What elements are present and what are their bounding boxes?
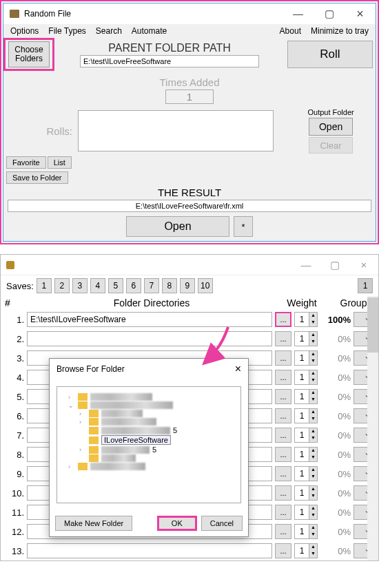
save-slot-5[interactable]: 5 <box>108 278 123 293</box>
save-slot-4[interactable]: 4 <box>90 278 105 293</box>
weight-stepper[interactable]: 1▲▼ <box>294 466 318 481</box>
spin-up-icon[interactable]: ▲ <box>309 448 317 454</box>
weight-stepper[interactable]: 1▲▼ <box>294 524 318 539</box>
menu-about[interactable]: About <box>280 26 301 36</box>
spin-down-icon[interactable]: ▼ <box>309 512 317 519</box>
browse-button[interactable]: ... <box>275 543 291 558</box>
weight-stepper[interactable]: 1▲▼ <box>294 312 318 327</box>
browse-button[interactable]: ... <box>275 350 291 366</box>
weight-percent: 100% <box>320 315 351 325</box>
open-result-button[interactable]: Open <box>126 216 229 237</box>
menu-automate[interactable]: Automate <box>132 26 167 36</box>
saves-row: Saves: 1 2 3 4 5 6 7 8 9 10 1 <box>1 275 378 296</box>
spin-up-icon[interactable]: ▲ <box>309 486 317 493</box>
menu-options[interactable]: Options <box>10 26 39 36</box>
browse-button[interactable]: ... <box>275 447 291 462</box>
spin-down-icon[interactable]: ▼ <box>309 416 317 423</box>
choose-folders-button[interactable]: Choose Folders <box>8 41 50 67</box>
save-slot-current[interactable]: 1 <box>358 278 373 293</box>
save-slot-1[interactable]: 1 <box>37 278 52 293</box>
spin-up-icon[interactable]: ▲ <box>309 505 317 512</box>
parent-folder-path-input[interactable] <box>80 55 259 67</box>
folder-path-input[interactable] <box>27 543 272 558</box>
ok-button[interactable]: OK <box>157 516 197 531</box>
tree-selected-item[interactable]: ILoveFreeSoftware <box>63 435 235 445</box>
weight-stepper[interactable]: 1▲▼ <box>294 447 318 462</box>
browse-button[interactable]: ... <box>275 389 291 404</box>
save-slot-6[interactable]: 6 <box>126 278 141 293</box>
weight-stepper[interactable]: 1▲▼ <box>294 428 318 443</box>
close-button[interactable]: × <box>345 3 376 24</box>
save-to-folder-button[interactable]: Save to Folder <box>6 171 68 184</box>
menu-minimize-tray[interactable]: Minimize to tray <box>311 26 369 36</box>
roll-button[interactable]: Roll <box>287 41 373 68</box>
menu-search[interactable]: Search <box>96 26 122 36</box>
folders-maximize-button[interactable]: ▢ <box>320 255 349 275</box>
make-new-folder-button[interactable]: Make New Folder <box>55 516 132 531</box>
spin-down-icon[interactable]: ▼ <box>309 397 317 403</box>
maximize-button[interactable]: ▢ <box>314 3 345 24</box>
spin-up-icon[interactable]: ▲ <box>309 409 317 416</box>
spin-up-icon[interactable]: ▲ <box>309 467 317 474</box>
spin-up-icon[interactable]: ▲ <box>309 544 317 551</box>
output-open-button[interactable]: Open <box>309 118 353 136</box>
browse-button[interactable]: ... <box>275 524 291 539</box>
spin-down-icon[interactable]: ▼ <box>309 474 317 481</box>
weight-stepper[interactable]: 1▲▼ <box>294 543 318 558</box>
spin-up-icon[interactable]: ▲ <box>309 313 317 319</box>
folder-path-input[interactable] <box>27 312 272 327</box>
weight-stepper[interactable]: 1▲▼ <box>294 505 318 520</box>
dialog-close-button[interactable]: × <box>235 363 241 375</box>
weight-stepper[interactable]: 1▲▼ <box>294 370 318 385</box>
minimize-button[interactable]: — <box>283 3 314 24</box>
weight-stepper[interactable]: 1▲▼ <box>294 350 318 366</box>
output-clear-button[interactable]: Clear <box>309 137 353 154</box>
folder-path-input[interactable] <box>27 331 272 346</box>
weight-stepper[interactable]: 1▲▼ <box>294 408 318 423</box>
spin-down-icon[interactable]: ▼ <box>309 435 317 442</box>
spin-down-icon[interactable]: ▼ <box>309 358 317 365</box>
save-slot-9[interactable]: 9 <box>180 278 195 293</box>
weight-stepper[interactable]: 1▲▼ <box>294 331 318 346</box>
browse-button[interactable]: ... <box>275 428 291 443</box>
star-button[interactable]: * <box>234 216 253 237</box>
folder-tree[interactable]: › ⌄ › › 5 ILoveFreeSoftware ›5 › <box>57 386 241 503</box>
spin-up-icon[interactable]: ▲ <box>309 332 317 339</box>
spin-down-icon[interactable]: ▼ <box>309 454 317 461</box>
weight-stepper[interactable]: 1▲▼ <box>294 485 318 501</box>
folders-close-button[interactable]: × <box>349 255 378 275</box>
scrollbar-thumb[interactable] <box>367 297 378 353</box>
spin-up-icon[interactable]: ▲ <box>309 428 317 435</box>
browse-button[interactable]: ... <box>275 370 291 385</box>
save-slot-3[interactable]: 3 <box>72 278 88 293</box>
cancel-button[interactable]: Cancel <box>201 516 243 531</box>
spin-down-icon[interactable]: ▼ <box>309 493 317 500</box>
browse-button[interactable]: ... <box>275 331 291 346</box>
favorite-button[interactable]: Favorite <box>6 156 46 169</box>
spin-down-icon[interactable]: ▼ <box>309 339 317 346</box>
spin-down-icon[interactable]: ▼ <box>309 377 317 384</box>
spin-down-icon[interactable]: ▼ <box>309 319 317 326</box>
spin-up-icon[interactable]: ▲ <box>309 351 317 358</box>
browse-button[interactable]: ... <box>275 408 291 423</box>
spin-up-icon[interactable]: ▲ <box>309 370 317 377</box>
browse-button[interactable]: ... <box>275 485 291 501</box>
weight-stepper[interactable]: 1▲▼ <box>294 389 318 404</box>
browse-button[interactable]: ... <box>275 505 291 520</box>
save-slot-8[interactable]: 8 <box>162 278 177 293</box>
browse-button[interactable]: ... <box>275 312 291 327</box>
menu-file-types[interactable]: File Types <box>48 26 85 36</box>
spin-up-icon[interactable]: ▲ <box>309 525 317 532</box>
save-slot-7[interactable]: 7 <box>144 278 159 293</box>
spin-down-icon[interactable]: ▼ <box>309 532 317 538</box>
folders-minimize-button[interactable]: — <box>291 255 320 275</box>
dialog-title: Browse For Folder <box>57 364 125 374</box>
save-slot-10[interactable]: 10 <box>198 278 213 293</box>
spin-down-icon[interactable]: ▼ <box>309 551 317 558</box>
save-slot-2[interactable]: 2 <box>54 278 70 293</box>
browse-button[interactable]: ... <box>275 466 291 481</box>
scrollbar[interactable] <box>367 296 378 560</box>
blurred-folder <box>101 446 150 454</box>
spin-up-icon[interactable]: ▲ <box>309 390 317 397</box>
list-button[interactable]: List <box>48 156 72 169</box>
